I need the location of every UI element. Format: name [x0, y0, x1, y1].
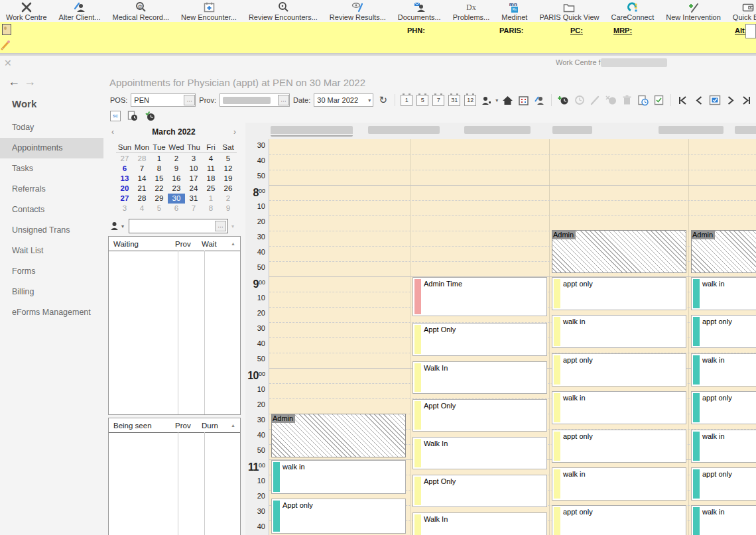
toolbar-item-medinet[interactable]: mn Rx Medinet [495, 1, 533, 21]
appointment-slot-walk-in[interactable]: walk in [691, 430, 756, 463]
appointment-slot-appt-only[interactable]: appt only [552, 505, 686, 535]
calendar-day[interactable]: 2 [168, 154, 185, 164]
appointment-slot-appt-only[interactable]: Appt Only [412, 475, 547, 507]
schedule-grid[interactable]: Adminwalk inAppt onlyAdmin TimeAppt Only… [269, 139, 756, 535]
calendar-day[interactable]: 6 [168, 204, 185, 213]
clock-check-icon[interactable] [144, 109, 157, 122]
date-dropdown[interactable]: 30 Mar 2022 ▾ [314, 93, 373, 107]
appointment-slot-appt-only[interactable]: appt only [691, 467, 756, 501]
calendar-day[interactable]: 7 [133, 164, 151, 174]
appointment-slot-walk-in[interactable]: walk in [552, 391, 686, 424]
calendar-day[interactable]: 10 [185, 164, 202, 174]
appointment-slot-walk-in[interactable]: walk in [691, 505, 756, 535]
pos-input[interactable]: PEN … [131, 93, 196, 107]
admin-block-admin[interactable]: Admin [552, 230, 686, 273]
pencil-icon[interactable] [1, 40, 11, 50]
calendar-day[interactable]: 13 [116, 174, 133, 184]
calendar-day[interactable]: 15 [151, 174, 168, 184]
calendar-day[interactable]: 8 [151, 164, 168, 174]
calendar-12-day-button[interactable]: 12 [464, 95, 476, 106]
appointment-slot-walk-in[interactable]: Walk In [412, 512, 547, 535]
sidebar-item-wait-list[interactable]: Wait List [0, 241, 103, 261]
calendar-day-selected[interactable]: 30 [168, 194, 185, 204]
toolbar-item-new-intervention[interactable]: New Intervention [660, 1, 727, 21]
toolbar-item-problems[interactable]: Dx Problems... [447, 1, 496, 21]
toolbar-item-alter-client[interactable]: Alter Client... [53, 1, 107, 21]
appointment-slot-walk-in[interactable]: walk in [552, 315, 686, 348]
sidebar-item-today[interactable]: Today [0, 117, 103, 138]
calendar-day[interactable]: 17 [185, 174, 202, 184]
calendar-day[interactable]: 5 [151, 204, 168, 213]
appointment-slot-walk-in[interactable]: walk in [552, 467, 686, 501]
door-icon[interactable] [2, 24, 11, 35]
calendar-day[interactable]: 12 [220, 164, 237, 174]
sidebar-item-unsigned-trans[interactable]: Unsigned Trans [0, 220, 103, 241]
pc-link[interactable]: PC: [570, 27, 583, 34]
calendar-day[interactable]: 21 [133, 184, 151, 194]
person-icon[interactable] [108, 219, 121, 232]
calendar-31-day-button[interactable]: 31 [448, 95, 460, 106]
person-edit-icon[interactable] [533, 94, 546, 107]
document-clock-small-icon[interactable] [126, 109, 139, 122]
appointment-slot-walk-in[interactable]: walk in [271, 460, 406, 494]
sidebar-item-eforms-management[interactable]: eForms Management [0, 302, 103, 323]
calendar-day[interactable]: 22 [151, 184, 168, 194]
calendar-day[interactable]: 9 [220, 204, 237, 213]
column-header-waiting[interactable]: Waiting [109, 240, 175, 248]
toolbar-item-paris-quick-view[interactable]: PARIS Quick View [533, 1, 605, 21]
alt-input[interactable] [745, 24, 756, 38]
document-clock-icon[interactable] [637, 94, 649, 107]
appointment-slot-walk-in[interactable]: walk in [691, 277, 756, 310]
column-header-wait[interactable]: Wait [202, 240, 231, 248]
appointment-slot-appt-only[interactable]: Appt Only [412, 399, 547, 432]
calendar-day[interactable]: 14 [133, 174, 151, 184]
calendar-day[interactable]: 19 [220, 174, 237, 184]
toolbar-item-careconnect[interactable]: CareConnect [605, 1, 660, 21]
person-add-icon[interactable] [479, 94, 492, 107]
calendar-day[interactable]: 28 [133, 194, 151, 204]
appointment-slot-appt-only[interactable]: appt only [552, 277, 686, 310]
calendar-day[interactable]: 27 [116, 154, 133, 164]
calendar-day[interactable]: 25 [202, 184, 220, 194]
toolbar-item-work-centre[interactable]: Work Centre [0, 1, 53, 21]
calendar-next-month-icon[interactable]: › [233, 127, 236, 137]
sidebar-item-contacts[interactable]: Contacts [0, 200, 103, 220]
calendar-day[interactable]: 31 [185, 194, 202, 204]
caret-down-icon[interactable]: ▾ [495, 97, 498, 103]
column-header-prov[interactable]: Prov [175, 422, 202, 430]
toolbar-item-review-results[interactable]: Review Results... [324, 1, 392, 21]
toolbar-item-medical-record[interactable]: @ Medical Record... [107, 1, 176, 21]
sidebar-item-billing[interactable]: Billing [0, 282, 103, 302]
last-appointment-icon[interactable] [740, 94, 753, 107]
calendar-day[interactable]: 16 [168, 174, 185, 184]
appointment-slot-appt-only[interactable]: Appt only [271, 499, 406, 534]
toolbar-item-new-encounter[interactable]: New Encounter... [175, 1, 243, 21]
calendar-day[interactable]: 6 [116, 164, 133, 174]
admin-block-admin[interactable]: Admin [691, 230, 756, 273]
appointment-slot-appt-only[interactable]: appt only [691, 391, 756, 424]
sidebar-item-forms[interactable]: Forms [0, 261, 103, 282]
calendar-day[interactable]: 28 [133, 154, 151, 164]
sidebar-item-tasks[interactable]: Tasks [0, 158, 103, 179]
patient-lookup-button[interactable]: … [215, 221, 226, 231]
toolbar-item-documents[interactable]: Documents... [392, 1, 447, 21]
appointment-slot-appt-only[interactable]: Appt Only [412, 323, 547, 356]
appointment-slot-appt-only[interactable]: appt only [691, 315, 756, 348]
calendar-day[interactable]: 20 [116, 184, 133, 194]
next-appointment-icon[interactable] [724, 94, 737, 107]
calendar-5-day-button[interactable]: 5 [416, 95, 428, 106]
column-header-being-seen[interactable]: Being seen [109, 422, 175, 430]
admin-block-admin[interactable]: Admin [271, 414, 406, 457]
calendar-day[interactable]: 5 [220, 154, 237, 164]
calendar-day[interactable]: 4 [202, 154, 220, 164]
calendar-day[interactable]: 8 [202, 204, 220, 213]
toolbar-item-quick-bill[interactable]: Quick Bill [727, 1, 756, 21]
calendar-day[interactable]: 24 [185, 184, 202, 194]
calendar-day[interactable]: 18 [202, 174, 220, 184]
toolbar-item-review-encounters[interactable]: Review Encounters... [243, 1, 324, 21]
calendar-day[interactable]: 29 [151, 194, 168, 204]
today-calendar-icon[interactable] [708, 94, 721, 107]
calendar-day[interactable]: 11 [202, 164, 220, 174]
appointment-slot-walk-in[interactable]: Walk In [412, 361, 547, 394]
calendar-day[interactable]: 4 [133, 204, 151, 213]
